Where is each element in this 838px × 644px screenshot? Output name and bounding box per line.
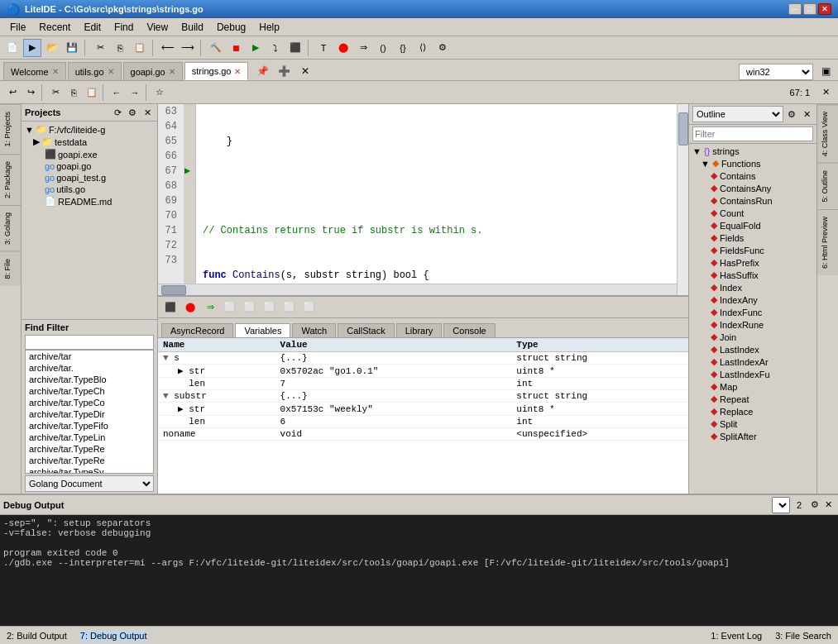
debug-step1[interactable]: ⬜ bbox=[221, 298, 239, 317]
tab-console[interactable]: Console bbox=[443, 323, 495, 337]
debug-continue-btn[interactable]: ⇒ bbox=[201, 298, 219, 317]
tab-watch[interactable]: Watch bbox=[292, 323, 336, 337]
var-noname[interactable]: noname void <unspecified> bbox=[158, 428, 688, 441]
tab-utils[interactable]: utils.go ✕ bbox=[68, 62, 122, 80]
outline-count[interactable]: ◆ Count bbox=[691, 207, 815, 219]
outline-lastindex[interactable]: ◆ LastIndex bbox=[691, 343, 815, 355]
expand-s-icon[interactable]: ▼ bbox=[163, 353, 169, 363]
bookmark-button[interactable]: ☆ bbox=[151, 83, 169, 102]
tree-root[interactable]: ▼ 📁 F:/vfc/liteide-g bbox=[23, 123, 156, 136]
var-s[interactable]: ▼ s {...} struct string bbox=[158, 352, 688, 365]
close-button[interactable]: ✕ bbox=[818, 3, 831, 15]
back-button[interactable]: ⟵ bbox=[159, 39, 177, 57]
var-s-str[interactable]: ▶ str 0x5702ac "go1.0.1" uint8 * bbox=[158, 365, 688, 378]
new-button[interactable]: 📄 bbox=[3, 39, 22, 57]
build-button[interactable]: 🔨 bbox=[207, 39, 225, 57]
outline-filter-input[interactable] bbox=[692, 126, 813, 141]
sidebar-tab-8[interactable]: 8: File bbox=[0, 251, 21, 286]
step-over-button[interactable]: ⤵ bbox=[266, 39, 285, 57]
outline-index[interactable]: ◆ Index bbox=[691, 281, 815, 293]
hscroll-thumb[interactable] bbox=[161, 285, 186, 295]
projects-refresh-button[interactable]: ⟳ bbox=[111, 106, 124, 119]
tab-welcome[interactable]: Welcome ✕ bbox=[3, 62, 66, 80]
sidebar-tab-html-preview[interactable]: 6: Html Preview bbox=[817, 209, 838, 275]
var-s-len[interactable]: len 7 int bbox=[158, 378, 688, 390]
next-btn[interactable]: → bbox=[126, 83, 144, 102]
tree-testdata[interactable]: ▶ 📁 testdata bbox=[23, 136, 156, 148]
copy-button[interactable]: ⎘ bbox=[111, 39, 129, 57]
close-pos-button[interactable]: ✕ bbox=[816, 83, 835, 102]
tab-strings[interactable]: strings.go ✕ bbox=[184, 62, 249, 80]
braces-button[interactable]: () bbox=[374, 39, 392, 57]
add-tab-button[interactable]: ➕ bbox=[275, 62, 293, 80]
sidebar-tab-outline[interactable]: 5: Outline bbox=[817, 163, 838, 209]
tab-welcome-close[interactable]: ✕ bbox=[52, 67, 59, 76]
tree-goapi-exe[interactable]: ⬛ goapi.exe bbox=[23, 148, 156, 160]
debug-stop-btn[interactable]: ⬤ bbox=[181, 298, 199, 317]
maximize-button[interactable]: □ bbox=[803, 3, 816, 15]
outline-join[interactable]: ◆ Join bbox=[691, 331, 815, 343]
sidebar-tab-class-view[interactable]: 4: Class View bbox=[817, 104, 838, 163]
outline-containsany[interactable]: ◆ ContainsAny bbox=[691, 182, 815, 194]
projects-close-button[interactable]: ✕ bbox=[141, 106, 154, 119]
tree-goapi-test[interactable]: go goapi_test.g bbox=[23, 172, 156, 184]
settings-button[interactable]: ⚙ bbox=[433, 39, 452, 57]
menu-build[interactable]: Build bbox=[175, 20, 210, 35]
outline-hasprefix[interactable]: ◆ HasPrefix bbox=[691, 256, 815, 269]
close-all-tabs-button[interactable]: ✕ bbox=[296, 62, 314, 80]
outline-replace[interactable]: ◆ Replace bbox=[691, 405, 815, 417]
projects-settings-button[interactable]: ⚙ bbox=[126, 106, 139, 119]
save-button[interactable]: 💾 bbox=[63, 39, 81, 57]
menu-file[interactable]: File bbox=[3, 20, 32, 35]
minimize-button[interactable]: ─ bbox=[788, 3, 802, 15]
outline-split[interactable]: ◆ Split bbox=[691, 417, 815, 430]
tab-goapi[interactable]: goapi.go ✕ bbox=[123, 62, 183, 80]
tree-goapi-go[interactable]: go goapi.go bbox=[23, 160, 156, 172]
outline-splitafter[interactable]: ◆ SplitAfter bbox=[691, 430, 815, 442]
status-debug-output[interactable]: 7: Debug Output bbox=[80, 631, 147, 641]
debug-breakpoint-btn[interactable]: ⬜ bbox=[300, 298, 318, 317]
outline-containsrun[interactable]: ◆ ContainsRun bbox=[691, 194, 815, 207]
format-button[interactable]: T bbox=[314, 39, 333, 57]
debug-btn[interactable]: ▶ bbox=[247, 39, 265, 57]
menu-recent[interactable]: Recent bbox=[32, 20, 77, 35]
pkg-item-5[interactable]: archive/tar.TypeCo bbox=[26, 397, 153, 408]
outline-indexrune[interactable]: ◆ IndexRune bbox=[691, 318, 815, 331]
outline-functions[interactable]: ▼ ◆ Functions bbox=[691, 157, 815, 169]
toolbar-extra[interactable]: ⬛ bbox=[286, 39, 304, 57]
sidebar-tab-2[interactable]: 2: Package bbox=[0, 154, 21, 205]
golang-doc-combo[interactable]: Golang Document bbox=[25, 475, 154, 492]
undo-button[interactable]: ↩ bbox=[3, 83, 22, 102]
outline-fields[interactable]: ◆ Fields bbox=[691, 231, 815, 244]
fwd-button[interactable]: ⟶ bbox=[179, 39, 197, 57]
outline-combo[interactable]: Outline bbox=[692, 106, 783, 122]
cut2-button[interactable]: ✂ bbox=[46, 83, 65, 102]
tab-utils-close[interactable]: ✕ bbox=[108, 67, 114, 76]
pkg-item-2[interactable]: archive/tar. bbox=[26, 362, 153, 374]
tree-readme[interactable]: 📄 README.md bbox=[23, 195, 156, 208]
status-event-log[interactable]: 1: Event Log bbox=[711, 631, 762, 641]
outline-close-button[interactable]: ✕ bbox=[800, 107, 813, 121]
cut-button[interactable]: ✂ bbox=[91, 39, 109, 57]
outline-strings[interactable]: ▼ {} strings bbox=[691, 145, 815, 157]
paste2-button[interactable]: 📋 bbox=[83, 83, 101, 102]
editor-vscrollbar[interactable] bbox=[677, 104, 688, 295]
pkg-item-8[interactable]: archive/tar.TypeLin bbox=[26, 432, 153, 443]
pkg-item-7[interactable]: archive/tar.TypeFifo bbox=[26, 420, 153, 432]
debug-step3[interactable]: ⬜ bbox=[261, 298, 279, 317]
platform-combo[interactable]: win32 bbox=[739, 64, 813, 80]
var-substr[interactable]: ▼ substr {...} struct string bbox=[158, 390, 688, 403]
open-button[interactable]: 📂 bbox=[43, 39, 61, 57]
pkg-item-11[interactable]: archive/tar.TypeSy bbox=[26, 466, 153, 474]
debug-step2[interactable]: ⬜ bbox=[241, 298, 259, 317]
redo-button[interactable]: ↪ bbox=[22, 83, 40, 102]
paste-button[interactable]: 📋 bbox=[131, 39, 149, 57]
sidebar-tab-3[interactable]: 3: Golang bbox=[0, 205, 21, 251]
outline-equalfold[interactable]: ◆ EqualFold bbox=[691, 219, 815, 231]
status-build-output[interactable]: 2: Build Output bbox=[7, 631, 67, 641]
outline-map[interactable]: ◆ Map bbox=[691, 380, 815, 393]
vscroll-thumb[interactable] bbox=[678, 112, 688, 145]
brackets-button[interactable]: {} bbox=[394, 39, 412, 57]
pkg-item-1[interactable]: archive/tar bbox=[26, 351, 153, 362]
code-content[interactable]: } // Contains returns true if substr is … bbox=[196, 104, 677, 284]
